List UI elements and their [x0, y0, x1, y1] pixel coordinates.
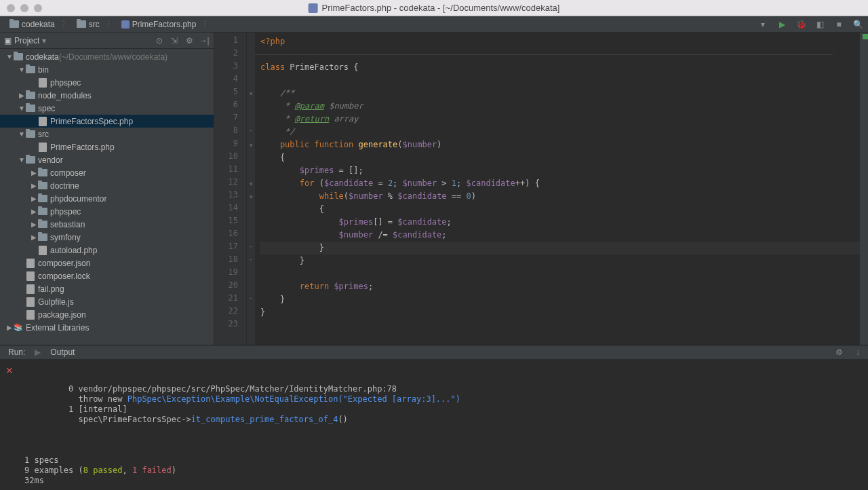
line-number[interactable]: 14: [214, 203, 246, 216]
code-line[interactable]: [260, 74, 860, 87]
chevron-icon[interactable]: ▶: [30, 233, 38, 241]
code-line[interactable]: * @return array: [260, 113, 860, 126]
project-view-dropdown[interactable]: ▾: [42, 36, 46, 45]
line-number[interactable]: 15: [214, 216, 246, 229]
scroll-to-source-icon[interactable]: ⊙: [154, 35, 165, 46]
line-number[interactable]: 11: [214, 164, 246, 177]
code-line[interactable]: {: [260, 151, 860, 164]
search-button[interactable]: 🔍: [852, 18, 864, 31]
chevron-icon[interactable]: ▼: [5, 53, 14, 60]
code-line[interactable]: }: [260, 293, 860, 306]
code-line[interactable]: for ($candidate = 2; $number > 1; $candi…: [260, 177, 860, 190]
tree-item-node_modules[interactable]: ▶node_modules: [0, 89, 214, 102]
fold-marker[interactable]: ▾: [247, 87, 255, 100]
tree-item-phpdocumentor[interactable]: ▶phpdocumentor: [0, 192, 214, 205]
line-number[interactable]: 18: [214, 255, 246, 267]
line-number[interactable]: 6: [214, 100, 246, 113]
code-line[interactable]: $number /= $candidate;: [260, 229, 860, 242]
chevron-icon[interactable]: ▼: [18, 130, 26, 138]
chevron-icon[interactable]: ▼: [18, 156, 26, 164]
line-number[interactable]: 22: [214, 306, 246, 319]
collapse-all-icon[interactable]: ⇲: [169, 35, 180, 46]
tree-item-symfony[interactable]: ▶symfony: [0, 231, 214, 244]
code-line[interactable]: $primes[] = $candidate;: [260, 216, 860, 229]
code-line[interactable]: }: [260, 306, 860, 319]
fold-marker[interactable]: ⌃: [247, 293, 255, 306]
zoom-window-button[interactable]: [34, 4, 42, 12]
chevron-icon[interactable]: ▶: [30, 195, 38, 202]
line-number[interactable]: 19: [214, 267, 246, 280]
tree-item-autoload.php[interactable]: autoload.php: [0, 244, 214, 257]
line-number[interactable]: 17: [214, 242, 246, 255]
code-line[interactable]: public function generate($number): [260, 138, 860, 151]
line-number[interactable]: 23: [214, 319, 246, 332]
chevron-icon[interactable]: ▼: [18, 66, 26, 73]
stop-button[interactable]: ■: [833, 18, 845, 31]
tree-item-sebastian[interactable]: ▶sebastian: [0, 218, 214, 231]
run-tab[interactable]: Run:: [4, 346, 29, 358]
minimize-window-button[interactable]: [20, 4, 28, 12]
code-line[interactable]: }: [260, 255, 860, 267]
fold-marker[interactable]: ⌃: [247, 242, 255, 255]
line-number[interactable]: 4: [214, 74, 246, 87]
tree-item-phpspec[interactable]: phpspec: [0, 76, 214, 89]
line-number[interactable]: 1: [214, 35, 246, 48]
line-number[interactable]: 3: [214, 61, 246, 74]
tree-item-phpspec[interactable]: ▶phpspec: [0, 205, 214, 218]
tree-item-PrimeFactorsSpec.php[interactable]: PrimeFactorsSpec.php: [0, 115, 214, 128]
line-number[interactable]: 8: [214, 126, 246, 138]
chevron-icon[interactable]: ▼: [18, 105, 26, 112]
settings-gear-icon[interactable]: ⚙: [184, 35, 195, 46]
tree-item-fail.png[interactable]: fail.png: [0, 282, 214, 295]
chevron-icon[interactable]: ▶: [5, 324, 14, 331]
run-button[interactable]: ▶: [776, 18, 788, 31]
tree-item-Gulpfile.js[interactable]: Gulpfile.js: [0, 295, 214, 308]
line-number[interactable]: 20: [214, 280, 246, 293]
line-number[interactable]: 2: [214, 48, 246, 61]
tree-item-src[interactable]: ▼src: [0, 128, 214, 140]
code-line[interactable]: [260, 319, 860, 332]
tree-item-spec[interactable]: ▼spec: [0, 102, 214, 115]
code-line[interactable]: */: [260, 126, 860, 138]
chevron-icon[interactable]: ▶: [30, 169, 38, 176]
run-output[interactable]: 0 vendor/phpspec/phpspec/src/PhpSpec/Mat…: [19, 360, 868, 490]
editor-scrollbar[interactable]: [860, 33, 868, 345]
line-number[interactable]: 21: [214, 293, 246, 306]
close-run-button[interactable]: ✕: [5, 365, 14, 376]
code-line[interactable]: <?php: [260, 35, 860, 48]
breadcrumb-PrimeFactors.php[interactable]: PrimeFactors.php: [116, 18, 202, 31]
chevron-icon[interactable]: ▶: [30, 182, 38, 189]
project-view-title[interactable]: Project: [14, 36, 39, 45]
tree-item-package.json[interactable]: package.json: [0, 308, 214, 321]
code-line[interactable]: /**: [260, 87, 860, 100]
code-line[interactable]: return $primes;: [260, 280, 860, 293]
fold-marker[interactable]: ⌃: [247, 126, 255, 138]
tree-item-doctrine[interactable]: ▶doctrine: [0, 179, 214, 192]
editor[interactable]: 1234567891011121314151617181920212223 ▾⌃…: [214, 33, 868, 345]
line-number[interactable]: 5: [214, 87, 246, 100]
tree-item-codekata[interactable]: ▼codekata (~/Documents/www/codekata): [0, 50, 214, 63]
code-line[interactable]: [260, 267, 860, 280]
code-line[interactable]: class PrimeFactors {: [260, 61, 860, 74]
line-number[interactable]: 16: [214, 229, 246, 242]
coverage-button[interactable]: ◧: [814, 18, 826, 31]
run-hide-icon[interactable]: ↓: [852, 346, 864, 358]
fold-marker[interactable]: ▾: [247, 190, 255, 203]
code-line[interactable]: * @param $number: [260, 100, 860, 113]
tree-item-bin[interactable]: ▼bin: [0, 63, 214, 76]
tree-item-External Libraries[interactable]: ▶📚External Libraries: [0, 321, 214, 334]
hide-panel-icon[interactable]: →|: [199, 35, 210, 46]
tree-item-vendor[interactable]: ▼vendor: [0, 153, 214, 166]
debug-button[interactable]: 🐞: [795, 18, 807, 31]
run-config-dropdown[interactable]: ▾: [757, 18, 769, 31]
code-line[interactable]: while($number % $candidate == 0): [260, 190, 860, 203]
tree-item-composer.lock[interactable]: composer.lock: [0, 269, 214, 282]
run-settings-icon[interactable]: ⚙: [833, 346, 845, 358]
line-number[interactable]: 13: [214, 190, 246, 203]
fold-marker[interactable]: ⌃: [247, 255, 255, 267]
code-line[interactable]: $primes = [];: [260, 164, 860, 177]
fold-marker[interactable]: ▾: [247, 177, 255, 190]
chevron-icon[interactable]: ▶: [18, 92, 26, 99]
tree-item-composer[interactable]: ▶composer: [0, 166, 214, 179]
code-line[interactable]: {: [260, 203, 860, 216]
